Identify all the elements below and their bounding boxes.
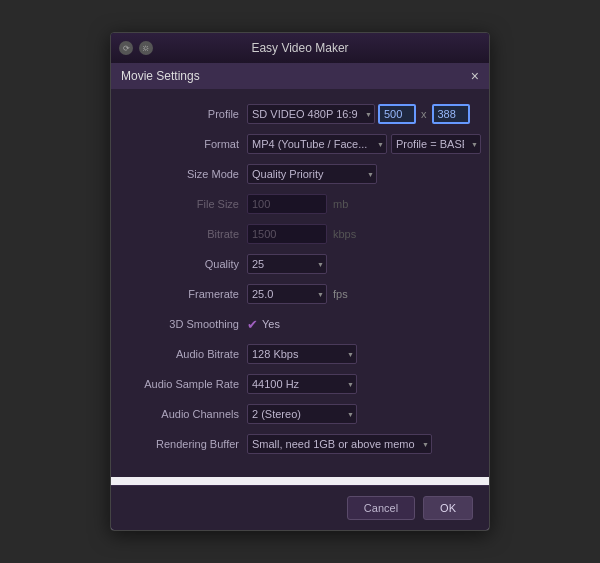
size-mode-select-wrapper: Quality Priority bbox=[247, 164, 377, 184]
dimension-separator: x bbox=[421, 108, 427, 120]
audio-bitrate-select-wrapper: 128 Kbps bbox=[247, 344, 357, 364]
framerate-select-wrapper: 25.0 bbox=[247, 284, 327, 304]
dialog-close-button[interactable]: × bbox=[471, 69, 479, 83]
quality-row: Quality 25 bbox=[127, 253, 473, 275]
smoothing-label: 3D Smoothing bbox=[127, 318, 247, 330]
audio-channels-controls: 2 (Stereo) bbox=[247, 404, 473, 424]
audio-sample-rate-select[interactable]: 44100 Hz bbox=[247, 374, 357, 394]
title-bar-controls: ⟳ ⛭ bbox=[119, 41, 153, 55]
size-mode-row: Size Mode Quality Priority bbox=[127, 163, 473, 185]
audio-channels-row: Audio Channels 2 (Stereo) bbox=[127, 403, 473, 425]
bitrate-controls: kbps bbox=[247, 224, 473, 244]
dialog-header: Movie Settings × bbox=[111, 63, 489, 89]
minimize-button[interactable]: ⟳ bbox=[119, 41, 133, 55]
audio-bitrate-row: Audio Bitrate 128 Kbps bbox=[127, 343, 473, 365]
rendering-buffer-select-wrapper: Small, need 1GB or above memory. bbox=[247, 434, 432, 454]
rendering-buffer-label: Rendering Buffer bbox=[127, 438, 247, 450]
framerate-controls: 25.0 fps bbox=[247, 284, 473, 304]
audio-channels-select-wrapper: 2 (Stereo) bbox=[247, 404, 357, 424]
audio-bitrate-label: Audio Bitrate bbox=[127, 348, 247, 360]
profile-base-select-wrapper: Profile = BASELI... bbox=[391, 134, 481, 154]
profile-row: Profile SD VIDEO 480P 16:9 x bbox=[127, 103, 473, 125]
dialog-title: Movie Settings bbox=[121, 69, 200, 83]
framerate-select[interactable]: 25.0 bbox=[247, 284, 327, 304]
audio-channels-label: Audio Channels bbox=[127, 408, 247, 420]
dialog-body: Profile SD VIDEO 480P 16:9 x Format bbox=[111, 89, 489, 477]
app-title: Easy Video Maker bbox=[251, 41, 348, 55]
audio-sample-rate-row: Audio Sample Rate 44100 Hz bbox=[127, 373, 473, 395]
size-mode-controls: Quality Priority bbox=[247, 164, 473, 184]
size-mode-label: Size Mode bbox=[127, 168, 247, 180]
audio-bitrate-select[interactable]: 128 Kbps bbox=[247, 344, 357, 364]
bitrate-label: Bitrate bbox=[127, 228, 247, 240]
app-window: ⟳ ⛭ Easy Video Maker Movie Settings × Pr… bbox=[110, 32, 490, 531]
framerate-unit: fps bbox=[333, 288, 348, 300]
smoothing-row: 3D Smoothing ✔ Yes bbox=[127, 313, 473, 335]
profile-select-wrapper: SD VIDEO 480P 16:9 bbox=[247, 104, 375, 124]
smoothing-value: Yes bbox=[262, 318, 280, 330]
ok-button[interactable]: OK bbox=[423, 496, 473, 520]
format-row: Format MP4 (YouTube / Face... Profile = … bbox=[127, 133, 473, 155]
rendering-buffer-row: Rendering Buffer Small, need 1GB or abov… bbox=[127, 433, 473, 455]
format-label: Format bbox=[127, 138, 247, 150]
audio-bitrate-controls: 128 Kbps bbox=[247, 344, 473, 364]
audio-sample-rate-select-wrapper: 44100 Hz bbox=[247, 374, 357, 394]
file-size-controls: mb bbox=[247, 194, 473, 214]
bitrate-row: Bitrate kbps bbox=[127, 223, 473, 245]
audio-sample-rate-controls: 44100 Hz bbox=[247, 374, 473, 394]
quality-select[interactable]: 25 bbox=[247, 254, 327, 274]
settings-button[interactable]: ⛭ bbox=[139, 41, 153, 55]
profile-select[interactable]: SD VIDEO 480P 16:9 bbox=[247, 104, 375, 124]
profile-label: Profile bbox=[127, 108, 247, 120]
framerate-row: Framerate 25.0 fps bbox=[127, 283, 473, 305]
profile-height-input[interactable] bbox=[432, 104, 470, 124]
audio-channels-select[interactable]: 2 (Stereo) bbox=[247, 404, 357, 424]
quality-select-wrapper: 25 bbox=[247, 254, 327, 274]
quality-controls: 25 bbox=[247, 254, 473, 274]
audio-sample-rate-label: Audio Sample Rate bbox=[127, 378, 247, 390]
file-size-row: File Size mb bbox=[127, 193, 473, 215]
movie-settings-dialog: Movie Settings × Profile SD VIDEO 480P 1… bbox=[111, 63, 489, 530]
file-size-label: File Size bbox=[127, 198, 247, 210]
quality-label: Quality bbox=[127, 258, 247, 270]
file-size-unit: mb bbox=[333, 198, 348, 210]
profile-width-input[interactable] bbox=[378, 104, 416, 124]
format-select[interactable]: MP4 (YouTube / Face... bbox=[247, 134, 387, 154]
smoothing-check-icon: ✔ bbox=[247, 317, 258, 332]
format-controls: MP4 (YouTube / Face... Profile = BASELI.… bbox=[247, 134, 481, 154]
rendering-buffer-controls: Small, need 1GB or above memory. bbox=[247, 434, 473, 454]
size-mode-select[interactable]: Quality Priority bbox=[247, 164, 377, 184]
bitrate-unit: kbps bbox=[333, 228, 356, 240]
profile-base-select[interactable]: Profile = BASELI... bbox=[391, 134, 481, 154]
rendering-buffer-select[interactable]: Small, need 1GB or above memory. bbox=[247, 434, 432, 454]
cancel-button[interactable]: Cancel bbox=[347, 496, 415, 520]
smoothing-checkbox-area[interactable]: ✔ Yes bbox=[247, 317, 280, 332]
framerate-label: Framerate bbox=[127, 288, 247, 300]
title-bar: ⟳ ⛭ Easy Video Maker bbox=[111, 33, 489, 63]
bitrate-input bbox=[247, 224, 327, 244]
format-select-wrapper: MP4 (YouTube / Face... bbox=[247, 134, 387, 154]
profile-controls: SD VIDEO 480P 16:9 x bbox=[247, 104, 473, 124]
smoothing-controls: ✔ Yes bbox=[247, 317, 473, 332]
file-size-input bbox=[247, 194, 327, 214]
dialog-footer: Cancel OK bbox=[111, 485, 489, 530]
